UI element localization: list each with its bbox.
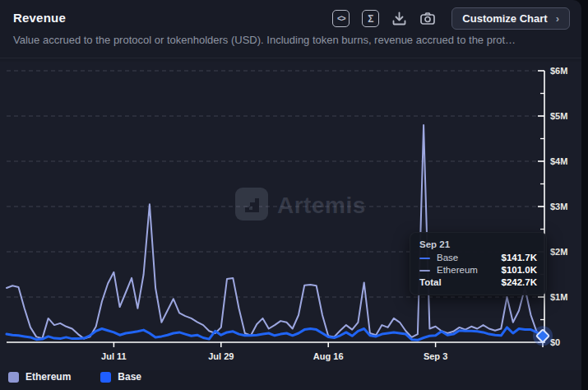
y-tick-label: $6M bbox=[550, 66, 567, 76]
y-tick-label: $5M bbox=[550, 111, 567, 121]
tooltip-base-label: Base bbox=[437, 252, 458, 264]
base-swatch bbox=[100, 372, 111, 383]
legend-item-base[interactable]: Base bbox=[100, 371, 141, 383]
ethereum-line-swatch bbox=[419, 270, 430, 272]
tooltip-total-value: $242.7K bbox=[502, 276, 537, 289]
x-tick-label: Sep 3 bbox=[424, 351, 447, 361]
tooltip-base-value: $141.7K bbox=[502, 252, 537, 264]
camera-icon[interactable] bbox=[419, 11, 436, 26]
customize-chart-label: Customize Chart bbox=[462, 12, 547, 25]
tooltip-date: Sep 21 bbox=[419, 239, 537, 251]
chart-controls: <> Σ Customize Chart › bbox=[332, 7, 570, 30]
download-icon[interactable] bbox=[391, 11, 407, 26]
page-title: Revenue bbox=[13, 11, 66, 25]
tooltip-ethereum-label: Ethereum bbox=[437, 264, 478, 276]
chart-legend: Ethereum Base bbox=[8, 371, 141, 383]
y-tick-label: $1M bbox=[550, 292, 567, 302]
chart-header: Revenue Value accrued to the protocol or… bbox=[0, 0, 581, 58]
y-tick-label: $4M bbox=[550, 156, 567, 166]
revenue-chart-svg[interactable]: $0$1M$2M$3M$4M$5M$6MJul 11Jul 29Aug 16Se… bbox=[0, 62, 581, 370]
chart-description: Value accrued to the protocol or tokenho… bbox=[13, 34, 516, 46]
x-tick-label: Jul 11 bbox=[101, 351, 127, 361]
tooltip-row-base: Base $141.7K bbox=[419, 252, 537, 264]
base-line-swatch bbox=[419, 258, 430, 259]
legend-ethereum-label: Ethereum bbox=[25, 371, 71, 383]
ethereum-swatch bbox=[8, 372, 19, 383]
legend-base-label: Base bbox=[118, 371, 141, 383]
x-tick-label: Aug 16 bbox=[313, 351, 344, 361]
tooltip-row-ethereum: Ethereum $101.0K bbox=[419, 264, 537, 276]
sigma-icon[interactable]: Σ bbox=[362, 10, 379, 27]
tooltip-total-row: Total $242.7K bbox=[419, 276, 537, 289]
chevron-right-icon: › bbox=[556, 12, 559, 25]
x-tick-label: Jul 29 bbox=[208, 351, 234, 361]
tooltip-total-label: Total bbox=[419, 276, 442, 289]
legend-item-ethereum[interactable]: Ethereum bbox=[8, 371, 71, 383]
chart-tooltip: Sep 21 Base $141.7K Ethereum $101.0K Tot… bbox=[410, 232, 547, 295]
customize-chart-button[interactable]: Customize Chart › bbox=[451, 7, 570, 30]
revenue-chart[interactable]: $0$1M$2M$3M$4M$5M$6MJul 11Jul 29Aug 16Se… bbox=[0, 62, 581, 370]
embed-code-icon[interactable]: <> bbox=[332, 10, 350, 27]
tooltip-ethereum-value: $101.0K bbox=[502, 264, 537, 276]
y-tick-label: $2M bbox=[550, 247, 567, 257]
y-tick-label: $3M bbox=[550, 202, 567, 211]
revenue-card: Revenue Value accrued to the protocol or… bbox=[0, 0, 581, 390]
